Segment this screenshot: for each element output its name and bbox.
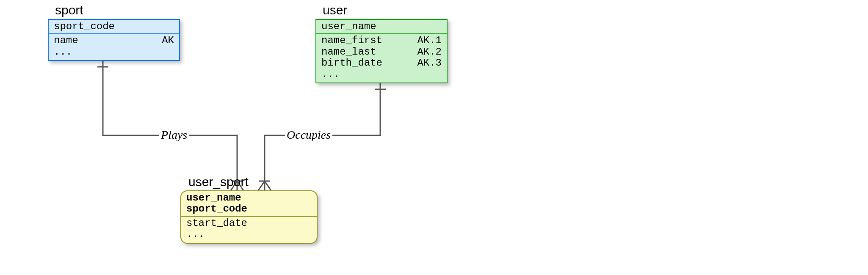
entity-user-sport-pk: user_name sport_code: [181, 191, 317, 217]
attr-name: name_last: [321, 47, 376, 58]
table-row: sport_code: [54, 21, 174, 32]
entity-user-pk: user_name: [316, 20, 447, 34]
attr-name: sport_code: [54, 21, 115, 32]
table-row: start_date: [186, 218, 312, 229]
attr-ak: AK.1: [417, 35, 442, 46]
attr-name: name_first: [321, 35, 382, 46]
attr-name: ...: [321, 69, 340, 80]
attr-name: ...: [54, 47, 72, 58]
table-row: birth_date AK.3: [321, 58, 442, 69]
attr-name: user_name: [186, 192, 241, 204]
table-row: ...: [321, 69, 442, 80]
table-row: name AK: [54, 35, 174, 46]
rel-plays-label: Plays: [159, 128, 189, 142]
entity-user-sport-title: user_sport: [188, 175, 249, 189]
entity-user-title: user: [323, 3, 347, 17]
entity-user-sport-attrs: start_date ...: [181, 217, 317, 243]
attr-name: name: [54, 35, 78, 46]
entity-sport-attrs: name AK ...: [49, 34, 179, 60]
attr-name: user_name: [321, 21, 376, 32]
attr-name: sport_code: [186, 204, 247, 214]
entity-sport-title: sport: [55, 3, 83, 17]
attr-name: birth_date: [321, 58, 382, 69]
crowfoot-icon: [258, 181, 265, 190]
table-row: name_first AK.1: [321, 35, 442, 46]
attr-name: start_date: [186, 218, 247, 229]
table-row: user_name: [186, 192, 312, 204]
table-row: name_last AK.2: [321, 47, 442, 58]
entity-user-sport: user_name sport_code start_date ...: [180, 190, 318, 244]
attr-ak: AK.3: [417, 58, 442, 69]
attr-ak: AK.2: [417, 47, 442, 58]
entity-user: user_name name_first AK.1 name_last AK.2…: [315, 19, 448, 83]
attr-name: ...: [186, 229, 205, 240]
table-row: ...: [186, 229, 312, 240]
rel-plays-line: [103, 60, 237, 190]
table-row: sport_code: [186, 204, 312, 214]
attr-ak: AK: [162, 35, 174, 46]
rel-occupies-label: Occupies: [285, 128, 332, 142]
entity-user-attrs: name_first AK.1 name_last AK.2 birth_dat…: [316, 34, 447, 82]
table-row: ...: [54, 47, 174, 58]
entity-sport-pk: sport_code: [49, 20, 179, 34]
table-row: user_name: [321, 21, 442, 32]
entity-sport: sport_code name AK ...: [48, 19, 180, 61]
crowfoot-icon: [265, 181, 271, 190]
